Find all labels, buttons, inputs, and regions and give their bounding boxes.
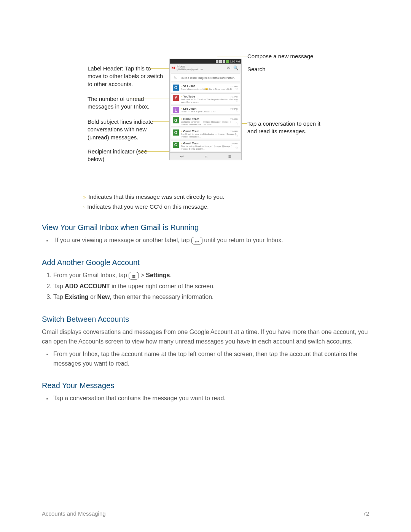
ann-tap-open: Tap a conversation to open it and read i… <box>247 120 323 136</box>
recent-icon[interactable]: ≡ <box>228 154 231 159</box>
message-preview: Hello~ — This is jane . How r u ?? <box>181 110 238 113</box>
recipient-chevron-icon: » <box>181 129 182 133</box>
avatar[interactable]: G <box>173 85 179 91</box>
message-time: 7:14AM <box>230 96 238 98</box>
step-1: From your Gmail Inbox, tap > Settings. <box>53 271 369 280</box>
message-time: 7:06AM <box>230 130 238 133</box>
star-icon[interactable]: ☆ <box>235 121 238 125</box>
account-email: g2ls980sprint@gmail.com <box>177 68 225 70</box>
nav-bar: ↩ ⌂ ≡ <box>170 152 241 160</box>
menu-key-icon <box>129 272 139 280</box>
compose-icon[interactable]: ✉ <box>225 65 232 71</box>
message-row[interactable]: G›G2 Ls9807:18AMGood afternoon☺ — Hi 😄 t… <box>171 83 240 92</box>
star-icon[interactable]: ☆ <box>235 134 238 137</box>
star-icon[interactable]: ☆ <box>235 146 238 150</box>
heading-read-messages: Read Your Messages <box>42 381 369 390</box>
message-preview: Welcome to Gmail — [image: ] [image: ] [… <box>181 121 238 125</box>
sender-name: YouTube <box>183 95 195 98</box>
dismiss-arrow-icon: ↳ <box>173 75 178 80</box>
chevron-double-icon: » <box>83 194 85 200</box>
message-preview: Welcome to YouTube! — The largest collec… <box>181 98 238 103</box>
annotated-screenshot: Label Header: Tap this to move to other … <box>42 50 369 190</box>
chevron-single-icon: › <box>83 204 84 210</box>
back-icon[interactable]: ↩ <box>180 154 184 159</box>
recipient-chevron-icon: » <box>181 117 182 121</box>
back-key-icon <box>191 237 202 244</box>
legend-direct: » Indicates that this message was sent d… <box>83 193 369 200</box>
message-preview: Good afternoon☺ — Hi 😄 this is Tony from… <box>181 88 238 91</box>
ann-recipient: Recipient indicator (see below) <box>88 148 164 163</box>
recipient-chevron-icon: › <box>181 85 182 88</box>
recipient-chevron-icon: » <box>181 95 182 98</box>
heading-add-account: Add Another Google Account <box>42 258 369 267</box>
recipient-chevron-icon: » <box>181 142 182 145</box>
search-icon[interactable]: 🔍 <box>232 65 240 71</box>
message-time: 7:06AM <box>230 118 238 120</box>
bullet-read: Tap a conversation that contains the mes… <box>53 394 369 403</box>
message-preview: Tips for using Gmail — [image: ] [image:… <box>181 145 238 150</box>
inbox-label: Inbox <box>177 65 225 68</box>
avatar[interactable]: Y <box>173 95 179 101</box>
recipient-chevron-icon: » <box>181 107 182 110</box>
message-time: 7:06AM <box>230 142 238 145</box>
status-bar: 7:00 PM <box>170 59 241 64</box>
sender-name: G2 Ls980 <box>183 85 195 88</box>
step-2: Tap ADD ACCOUNT in the upper right corne… <box>53 282 369 291</box>
message-preview: Get Gmail for your mobile device — [imag… <box>181 133 238 137</box>
message-list: G›G2 Ls9807:18AMGood afternoon☺ — Hi 😄 t… <box>170 83 241 151</box>
bullet-switch: From your Inbox, tap the account name at… <box>53 350 369 369</box>
home-icon[interactable]: ⌂ <box>205 154 207 159</box>
ann-compose: Compose a new message <box>247 53 323 60</box>
star-icon[interactable]: ☆ <box>235 109 238 113</box>
para-switch: Gmail displays conversations and message… <box>42 328 369 347</box>
page-footer: Accounts and Messaging 72 <box>42 510 369 517</box>
helper-text: Touch a sender image to select that conv… <box>180 77 235 79</box>
legend-cc: › Indicates that you were CC'd on this m… <box>83 203 369 210</box>
helper-banner: ↳ Touch a sender image to select that co… <box>171 73 240 82</box>
ann-search: Search <box>247 66 323 73</box>
avatar[interactable]: G <box>173 142 179 148</box>
gmail-logo-icon: M <box>171 66 175 70</box>
message-row[interactable]: G»Gmail Team7:06AMGet Gmail for your mob… <box>171 128 240 139</box>
footer-page-number: 72 <box>363 510 369 517</box>
message-row[interactable]: G»Gmail Team7:06AMWelcome to Gmail — [im… <box>171 116 240 127</box>
avatar[interactable]: L <box>173 107 179 113</box>
heading-view-inbox: View Your Gmail Inbox when Gmail is Runn… <box>42 223 369 232</box>
message-row[interactable]: L»Lee Jieun7:08AMHello~ — This is jane .… <box>171 105 240 115</box>
step-3: Tap Existing or New, then enter the nece… <box>53 292 369 302</box>
sender-name: Lee Jieun <box>183 107 196 110</box>
status-time: 7:00 PM <box>230 60 240 63</box>
bullet-return-inbox: If you are viewing a message or another … <box>53 236 369 245</box>
avatar[interactable]: G <box>173 129 179 136</box>
heading-switch-accounts: Switch Between Accounts <box>42 315 369 324</box>
star-icon[interactable]: ☆ <box>235 87 238 91</box>
sender-name: Gmail Team <box>183 117 199 121</box>
star-icon[interactable]: ☆ <box>235 99 238 103</box>
phone-screenshot: 7:00 PM M Inbox g2ls980sprint@gmail.com … <box>169 59 242 160</box>
footer-section: Accounts and Messaging <box>42 510 106 517</box>
message-row[interactable]: G»Gmail Team7:06AMTips for using Gmail —… <box>171 140 240 151</box>
sender-name: Gmail Team <box>183 142 199 145</box>
ann-unread-count: The number of unread messages in your In… <box>88 95 164 111</box>
message-row[interactable]: Y»YouTube7:14AMWelcome to YouTube! — The… <box>171 93 240 104</box>
sender-name: Gmail Team <box>183 129 199 133</box>
app-bar[interactable]: M Inbox g2ls980sprint@gmail.com ✉ 🔍 <box>170 64 241 72</box>
avatar[interactable]: G <box>173 117 179 123</box>
